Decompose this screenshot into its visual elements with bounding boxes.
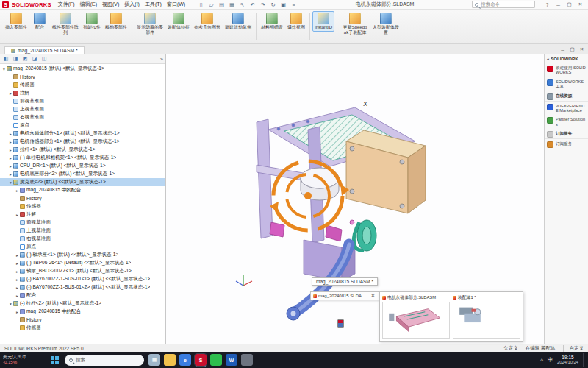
maximize-button[interactable]: ▢ bbox=[564, 1, 575, 9]
tree-item[interactable]: 右视基准面 bbox=[0, 113, 165, 121]
ribbon-exploded-view[interactable]: 爆炸视图 bbox=[285, 11, 307, 32]
tree-item[interactable]: ▸mag_20240815 中的配合 bbox=[0, 308, 165, 316]
tree-item[interactable]: ▾(-) 拉杆<2> (默认) <默认_显示状态-1> bbox=[0, 300, 165, 308]
open-icon[interactable]: ▱ bbox=[207, 1, 215, 9]
taskpane-partner[interactable]: Partner Solutions bbox=[545, 115, 588, 129]
taskpane-tools[interactable]: SOLIDWORKS 工具 bbox=[545, 77, 588, 91]
expand-arrow-icon[interactable]: ▸ bbox=[15, 294, 20, 298]
ribbon-mate[interactable]: 配合 bbox=[29, 11, 50, 32]
ribbon-assembly-features[interactable]: 装配体特征 bbox=[165, 11, 192, 32]
taskpane-online[interactable]: 在线资源 bbox=[545, 91, 588, 102]
redo-icon[interactable]: ↷ bbox=[259, 1, 267, 9]
taskbar-app-word[interactable]: W bbox=[226, 354, 237, 366]
tree-item[interactable]: History bbox=[0, 316, 165, 324]
taskbar-app-browser[interactable]: e bbox=[179, 354, 191, 366]
tree-item[interactable]: ▸(-) 轴承座<1> (默认) <<默认>_显示状态-1> bbox=[0, 251, 165, 259]
tree-item[interactable]: 原点 bbox=[0, 121, 165, 130]
select-icon[interactable]: ↖ bbox=[238, 1, 246, 9]
tree-item[interactable]: 前视基准面 bbox=[0, 97, 165, 105]
expand-arrow-icon[interactable]: ▾ bbox=[1, 67, 7, 71]
expand-arrow-icon[interactable]: ▸ bbox=[15, 261, 20, 266]
ribbon-show-hidden-components[interactable]: 显示隐藏的零部件 bbox=[135, 11, 165, 37]
displaymanager-tab[interactable]: ◫ bbox=[40, 55, 48, 63]
expand-arrow-icon[interactable]: ▸ bbox=[8, 140, 13, 144]
close-button[interactable]: ✕ bbox=[575, 1, 586, 9]
new-icon[interactable]: ▯ bbox=[197, 1, 205, 9]
tree-item[interactable]: ▸轴承_BBO3200ZZ<1> (默认) <默认_显示状态-1> bbox=[0, 267, 165, 275]
menu-window[interactable]: 窗口(W) bbox=[167, 1, 185, 8]
minimize-button[interactable]: ─ bbox=[553, 1, 564, 9]
expand-arrow-icon[interactable]: ▸ bbox=[15, 213, 20, 217]
expand-arrow-icon[interactable]: ▸ bbox=[15, 188, 20, 193]
taskpane-welcome[interactable]: 欢迎使用 SOLIDWORKS bbox=[545, 63, 588, 77]
tree-item[interactable]: 上视基准面 bbox=[0, 105, 165, 113]
tree-item[interactable]: ▸CPU_DR<1> (默认) <默认_显示状态-1> bbox=[0, 162, 165, 170]
taskbar-app-wechat[interactable] bbox=[210, 354, 222, 366]
ribbon-smart-fasteners[interactable]: 智能扣件 bbox=[81, 11, 103, 32]
close-preview-icon[interactable]: ✕ bbox=[370, 293, 376, 299]
tree-item[interactable]: 传感器 bbox=[0, 324, 165, 332]
appearance-icon[interactable]: ▣ bbox=[279, 1, 287, 9]
tree-item[interactable]: ▸(-) BAY6700ZZ-1-SUS-01<2> (默认) <<默认_显示状… bbox=[0, 283, 165, 291]
start-button[interactable] bbox=[49, 354, 60, 366]
expand-arrow-icon[interactable]: ▾ bbox=[8, 180, 13, 185]
expand-arrow-icon[interactable]: ▸ bbox=[8, 148, 13, 152]
taskpane-marketplace[interactable]: 3DEXPERIENCE Marketplace bbox=[545, 102, 588, 116]
tree-item[interactable]: ▸电机底座部分<2> (默认) <默认_显示状态-1> bbox=[0, 170, 165, 178]
tree-item[interactable]: ▸mag_20240815 中的配合 bbox=[0, 186, 165, 194]
input-language-indicator[interactable]: 中 bbox=[548, 356, 553, 364]
expand-arrow-icon[interactable]: ▸ bbox=[15, 277, 20, 282]
doc-close-button[interactable]: ✕ bbox=[577, 45, 587, 54]
print-icon[interactable]: ▦ bbox=[228, 1, 236, 9]
preview-thumbnail[interactable] bbox=[382, 302, 450, 339]
doc-minimize-button[interactable]: ─ bbox=[558, 45, 567, 54]
undo-icon[interactable]: ↶ bbox=[248, 1, 257, 9]
ribbon-update-speedpak[interactable]: 更新Speedpak子装配体 bbox=[340, 11, 370, 37]
panel-flyout-chevron[interactable]: » bbox=[160, 57, 163, 62]
tree-item[interactable]: ▸注解 bbox=[0, 89, 165, 97]
ribbon-large-assembly-settings[interactable]: 大型装配体设置 bbox=[370, 11, 401, 37]
tree-item[interactable]: ▸电机永磁体部分<1> (默认) <默认_显示状态-1> bbox=[0, 130, 165, 138]
graphics-viewport[interactable]: X mag_20240815.SLDASM * mag_20240815.SLD… bbox=[166, 54, 544, 344]
taskbar-app-solidworks[interactable]: S bbox=[195, 354, 207, 366]
tree-item[interactable]: ▾mag_20240815 (默认) <默认_显示状态-1> bbox=[0, 65, 165, 73]
menu-edit[interactable]: 编辑(E) bbox=[80, 1, 97, 8]
tree-item[interactable]: ▸(-) TBP06-26<1> (Default) <<默认>_显示状态 1> bbox=[0, 259, 165, 267]
doc-restore-button[interactable]: ▢ bbox=[567, 45, 577, 54]
tree-item[interactable]: History bbox=[0, 194, 165, 202]
menu-view[interactable]: 视图(V) bbox=[102, 1, 119, 8]
ribbon-instantid[interactable]: InstantID bbox=[312, 11, 334, 32]
tree-item[interactable]: ▸(-) 单柱电机和相机架<1> <默认_显示状态-1> bbox=[0, 154, 165, 162]
document-tab[interactable]: mag_20240815.SLDASM * bbox=[4, 46, 85, 54]
dimxpertmanager-tab[interactable]: ◪ bbox=[31, 55, 38, 63]
tree-item[interactable]: 原点 bbox=[0, 243, 165, 251]
tree-item[interactable]: 传感器 bbox=[0, 202, 165, 210]
menu-insert[interactable]: 插入(I) bbox=[124, 1, 140, 8]
expand-arrow-icon[interactable]: ▸ bbox=[8, 132, 13, 136]
options-icon[interactable]: ≡ bbox=[290, 1, 298, 9]
taskpane-subscription-header[interactable]: 订阅服务 bbox=[545, 129, 588, 139]
ribbon-bill-of-materials[interactable]: 材料明细表 bbox=[259, 11, 285, 32]
tree-item[interactable]: ▸配合 bbox=[0, 291, 165, 300]
tree-item[interactable]: ▸拉杆<1> (默认) <默认_显示状态-1> bbox=[0, 146, 165, 154]
tree-item[interactable]: 上视基准面 bbox=[0, 227, 165, 235]
featuremanager-tab[interactable]: ◧ bbox=[2, 55, 10, 63]
help-button[interactable]: ? bbox=[542, 1, 553, 9]
ribbon-reference-geometry[interactable]: 参考几何图形 bbox=[192, 11, 223, 32]
tree-item[interactable]: 传感器 bbox=[0, 81, 165, 89]
show-desktop-button[interactable] bbox=[583, 353, 585, 367]
tree-item[interactable]: History bbox=[0, 73, 165, 81]
rebuild-icon[interactable]: ↻ bbox=[269, 1, 277, 9]
preview-assembly1[interactable]: 装配体1 * bbox=[453, 294, 520, 339]
ribbon-insert-components[interactable]: 插入零部件 bbox=[3, 11, 29, 32]
ribbon-move-component[interactable]: 移动零部件 bbox=[103, 11, 129, 32]
ribbon-linear-component-pattern[interactable]: 线性零部件阵列 bbox=[50, 11, 81, 37]
taskbar-app-task-view[interactable]: ▦ bbox=[148, 354, 160, 366]
taskbar-news-widget[interactable]: 美元/人民币 -0.15% bbox=[3, 355, 44, 365]
tree-item[interactable]: ▸(-) BAY6700ZZ-1-SUS-01<1> (默认) <<默认_显示状… bbox=[0, 275, 165, 283]
tree-item[interactable]: ▸电机传感器部分<1> (默认) <默认_显示状态-1> bbox=[0, 138, 165, 146]
expand-arrow-icon[interactable]: ▸ bbox=[8, 91, 13, 96]
preview-thumbnail[interactable] bbox=[453, 302, 520, 339]
propertymanager-tab[interactable]: ◨ bbox=[12, 55, 19, 63]
preview-card[interactable]: mag_20240815.SLDA...✕ bbox=[310, 291, 379, 300]
